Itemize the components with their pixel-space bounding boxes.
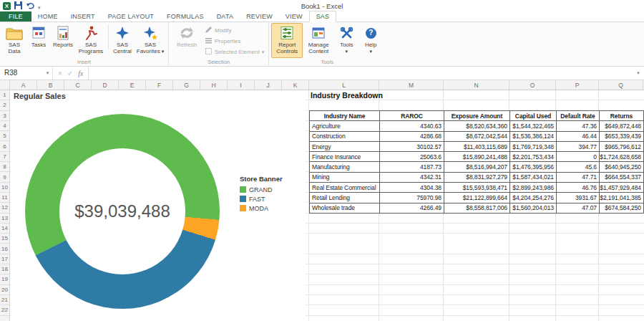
enter-icon[interactable]	[67, 70, 73, 77]
table-cell[interactable]: 75970.98	[380, 193, 444, 203]
sas-programs-button[interactable]: SAS Programs	[75, 23, 107, 58]
row-header[interactable]: 3	[0, 111, 9, 121]
column-header[interactable]: K	[282, 80, 309, 90]
qat-dropdown-icon[interactable]	[38, 0, 41, 12]
cancel-icon[interactable]	[58, 70, 62, 77]
undo-button[interactable]	[26, 0, 34, 12]
column-header[interactable]: G	[173, 80, 200, 90]
table-cell[interactable]: 4286.68	[380, 132, 444, 142]
name-box[interactable]: R38	[0, 67, 43, 80]
selected-element-button[interactable]: Selected Element	[203, 47, 266, 57]
properties-button[interactable]: Properties	[203, 36, 266, 47]
formula-input[interactable]	[89, 67, 633, 80]
tab-formulas[interactable]: FORMULAS	[160, 11, 210, 21]
table-cell[interactable]: $965,796,612	[600, 142, 644, 152]
row-header[interactable]: 11	[0, 193, 9, 203]
row-header[interactable]: 19	[0, 274, 9, 284]
row-header[interactable]: 20	[0, 285, 9, 295]
name-box-dropdown-icon[interactable]	[43, 67, 53, 80]
refresh-button[interactable]: Refresh	[171, 23, 203, 58]
tab-home[interactable]: HOME	[31, 11, 64, 21]
column-header[interactable]: B	[37, 80, 64, 90]
column-header[interactable]: O	[509, 80, 556, 90]
row-header[interactable]: 6	[0, 141, 9, 151]
table-cell[interactable]: $649,872,448	[600, 121, 644, 131]
table-cell[interactable]: 3931.67	[557, 193, 600, 203]
sas-favorites-button[interactable]: SAS Favorites	[135, 23, 166, 58]
table-cell[interactable]: Wholesale trade	[310, 203, 380, 214]
table-cell[interactable]: $8,558,817,006	[444, 203, 510, 214]
table-cell[interactable]: $640,945,250	[600, 162, 644, 172]
table-header-cell[interactable]: RAROC	[380, 111, 444, 121]
row-header[interactable]: 14	[0, 224, 9, 234]
table-header-cell[interactable]: Returns	[600, 111, 644, 121]
row-header[interactable]: 21	[0, 295, 9, 305]
legend-item-moda[interactable]: MODA	[240, 203, 283, 213]
row-header[interactable]: 15	[0, 234, 9, 244]
table-cell[interactable]: $2,899,243,986	[510, 183, 557, 193]
row-header[interactable]: 10	[0, 183, 9, 193]
column-header[interactable]: Q	[599, 80, 643, 90]
row-header[interactable]: 1	[0, 90, 9, 100]
table-cell[interactable]: $1,560,204,013	[510, 203, 557, 214]
table-cell[interactable]: 46.44	[557, 132, 600, 142]
table-cell[interactable]: $664,554,337	[600, 173, 644, 183]
table-cell[interactable]: $15,890,241,488	[444, 152, 510, 162]
tab-view[interactable]: VIEW	[279, 11, 309, 21]
table-cell[interactable]: 4187.73	[380, 162, 444, 172]
legend-item-grand[interactable]: GRAND	[240, 185, 283, 194]
table-cell[interactable]: $21,122,899,664	[444, 193, 510, 203]
tools-button[interactable]: Tools	[334, 23, 358, 58]
insert-function-icon[interactable]	[78, 70, 83, 77]
table-cell[interactable]: $1,476,395,956	[510, 162, 557, 172]
expand-formula-bar-icon[interactable]	[633, 67, 644, 80]
row-header[interactable]: 13	[0, 214, 9, 224]
column-header[interactable]: P	[556, 80, 599, 90]
tab-data[interactable]: DATA	[210, 11, 240, 21]
column-header[interactable]: D	[92, 80, 119, 90]
table-cell[interactable]: 4340.63	[380, 121, 444, 131]
table-cell[interactable]: Finance Insurance	[310, 152, 380, 162]
sas-data-button[interactable]: SAS Data	[2, 23, 26, 58]
table-cell[interactable]: $1,724,628,658	[600, 152, 644, 162]
row-header[interactable]: 9	[0, 172, 9, 182]
row-header[interactable]: 8	[0, 162, 9, 172]
sas-central-button[interactable]: SAS Central	[110, 23, 135, 58]
table-header-cell[interactable]: Default Rate	[557, 111, 600, 121]
table-cell[interactable]: 30102.57	[380, 142, 444, 152]
table-cell[interactable]: $1,544,322,465	[510, 121, 557, 131]
tasks-button[interactable]: Tasks	[26, 23, 51, 58]
table-cell[interactable]: $8,520,634,360	[444, 121, 510, 131]
tab-page-layout[interactable]: PAGE LAYOUT	[102, 11, 160, 21]
column-header[interactable]: C	[64, 80, 92, 90]
reports-button[interactable]: Reports	[51, 23, 75, 58]
save-button[interactable]	[14, 0, 22, 12]
table-cell[interactable]: $2,191,041,385	[600, 193, 644, 203]
row-header[interactable]: 2	[0, 100, 9, 110]
table-cell[interactable]: $1,536,386,124	[510, 132, 557, 142]
table-cell[interactable]: 47.36	[557, 121, 600, 131]
table-cell[interactable]: $4,204,254,276	[510, 193, 557, 203]
tab-sas[interactable]: SAS	[309, 11, 337, 22]
row-header[interactable]: 7	[0, 152, 9, 162]
table-cell[interactable]: $11,403,115,689	[444, 142, 510, 152]
legend-item-fast[interactable]: FAST	[240, 194, 283, 203]
modify-button[interactable]: Modify	[203, 25, 266, 36]
table-cell[interactable]: $653,339,439	[600, 132, 644, 142]
row-header[interactable]: 5	[0, 131, 9, 141]
table-cell[interactable]: 4304.38	[380, 183, 444, 193]
donut-chart[interactable]: $39,039,488	[25, 114, 220, 309]
column-header[interactable]: L	[309, 80, 379, 90]
table-cell[interactable]: $2,201,753,434	[510, 152, 557, 162]
table-cell[interactable]: 46.76	[557, 183, 600, 193]
table-cell[interactable]: $8,672,042,544	[444, 132, 510, 142]
donut-chart-object[interactable]: Regular Sales $39,039,488 Store Banner G…	[11, 90, 306, 321]
column-header[interactable]: E	[119, 80, 146, 90]
table-cell[interactable]: Real Estate Commercial	[310, 183, 380, 193]
column-header[interactable]: J	[255, 80, 282, 90]
tab-insert[interactable]: INSERT	[64, 11, 102, 21]
table-cell[interactable]: Mining	[310, 173, 380, 183]
table-header-cell[interactable]: Industry Name	[310, 111, 380, 121]
row-header[interactable]: 22	[0, 305, 9, 315]
table-cell[interactable]: $674,584,250	[600, 203, 644, 214]
